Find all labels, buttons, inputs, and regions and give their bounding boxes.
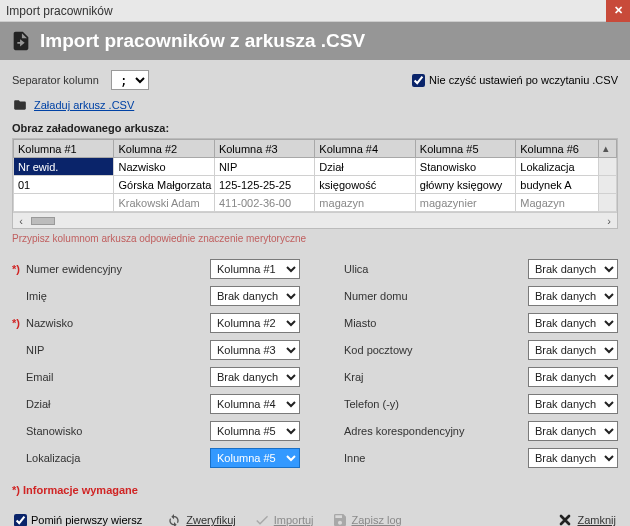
horizontal-scrollbar[interactable]: ‹ ›: [13, 212, 617, 228]
mapping-label: Dział: [26, 398, 210, 410]
no-clear-label: Nie czyść ustawień po wczytaniu .CSV: [429, 74, 618, 86]
required-mark: *): [12, 317, 26, 329]
mapping-label: Email: [26, 371, 210, 383]
table-cell: 125-125-25-25: [214, 176, 314, 194]
load-csv-link[interactable]: Załaduj arkusz .CSV: [12, 98, 618, 112]
mapping-label: Kraj: [344, 371, 528, 383]
mapping-label: Imię: [26, 290, 210, 302]
table-cell: księgowość: [315, 176, 415, 194]
data-table: Kolumna #1Kolumna #2Kolumna #3Kolumna #4…: [13, 139, 617, 212]
mapping-row: Numer domuBrak danych: [330, 285, 618, 307]
mapping-row: KrajBrak danych: [330, 366, 618, 388]
mapping-label: Stanowisko: [26, 425, 210, 437]
save-log-label: Zapisz log: [352, 514, 402, 526]
save-log-button[interactable]: Zapisz log: [332, 512, 402, 526]
mapping-select[interactable]: Brak danych: [528, 421, 618, 441]
mapping-select[interactable]: Brak danych: [528, 313, 618, 333]
footer-bar: Pomiń pierwszy wiersz Zweryfikuj Importu…: [0, 502, 630, 526]
mapping-row: DziałKolumna #4: [12, 393, 300, 415]
column-header[interactable]: Kolumna #3: [214, 140, 314, 158]
mapping-label: Ulica: [344, 263, 528, 275]
scroll-track[interactable]: [29, 216, 601, 226]
mapping-select[interactable]: Brak danych: [528, 340, 618, 360]
mapping-select[interactable]: Kolumna #1: [210, 259, 300, 279]
title-bar: Import pracowników ✕: [0, 0, 630, 22]
mapping-select[interactable]: Kolumna #2: [210, 313, 300, 333]
header-band: Import pracowników z arkusza .CSV: [0, 22, 630, 60]
table-cell: budynek A: [516, 176, 599, 194]
scroll-left-icon[interactable]: ‹: [13, 215, 29, 227]
load-csv-text: Załaduj arkusz .CSV: [34, 99, 134, 111]
mapping-select[interactable]: Kolumna #5: [210, 421, 300, 441]
preview-label: Obraz załadowanego arkusza:: [12, 122, 618, 134]
column-header[interactable]: Kolumna #2: [114, 140, 214, 158]
table-cell: magazynier: [415, 194, 515, 212]
skip-first-row[interactable]: Pomiń pierwszy wiersz: [14, 514, 142, 527]
mapping-label: Inne: [344, 452, 528, 464]
header-title: Import pracowników z arkusza .CSV: [40, 30, 365, 52]
column-header[interactable]: Kolumna #1: [14, 140, 114, 158]
mapping-select[interactable]: Brak danych: [528, 259, 618, 279]
mapping-select[interactable]: Kolumna #4: [210, 394, 300, 414]
scroll-right-icon[interactable]: ›: [601, 215, 617, 227]
window-title: Import pracowników: [6, 4, 113, 18]
mapping-row: NIPKolumna #3: [12, 339, 300, 361]
table-cell: Górska Małgorzata: [114, 176, 214, 194]
skip-first-checkbox[interactable]: [14, 514, 27, 527]
mapping-row: EmailBrak danych: [12, 366, 300, 388]
mapping-row: *)Numer ewidencyjnyKolumna #1: [12, 258, 300, 280]
no-clear-checkbox[interactable]: [412, 74, 425, 87]
required-mark: *): [12, 263, 26, 275]
table-cell: Magazyn: [516, 194, 599, 212]
mapping-row: ImięBrak danych: [12, 285, 300, 307]
close-x-icon: [557, 512, 573, 526]
folder-open-icon: [12, 98, 28, 112]
mapping-row: Telefon (-y)Brak danych: [330, 393, 618, 415]
mapping-row: InneBrak danych: [330, 447, 618, 469]
close-footer-button[interactable]: Zamknij: [557, 512, 616, 526]
no-clear-settings[interactable]: Nie czyść ustawień po wczytaniu .CSV: [412, 74, 618, 87]
mapping-row: Adres korespondencyjnyBrak danych: [330, 420, 618, 442]
mapping-label: Numer ewidencyjny: [26, 263, 210, 275]
mapping-select[interactable]: Kolumna #5: [210, 448, 300, 468]
mapping-select[interactable]: Brak danych: [528, 448, 618, 468]
mapping-select[interactable]: Brak danych: [210, 286, 300, 306]
refresh-icon: [166, 512, 182, 526]
import-file-icon: [10, 30, 32, 52]
separator-label: Separator kolumn: [12, 74, 99, 86]
check-icon: [254, 512, 270, 526]
skip-first-label: Pomiń pierwszy wiersz: [31, 514, 142, 526]
table-cell: Stanowisko: [415, 158, 515, 176]
mapping-select[interactable]: Kolumna #3: [210, 340, 300, 360]
mapping-label: Telefon (-y): [344, 398, 528, 410]
required-note: *) Informacje wymagane: [12, 484, 618, 496]
table-cell: magazyn: [315, 194, 415, 212]
mapping-row: UlicaBrak danych: [330, 258, 618, 280]
table-cell: [14, 194, 114, 212]
scroll-thumb[interactable]: [31, 217, 55, 225]
mapping-select[interactable]: Brak danych: [528, 394, 618, 414]
verify-button[interactable]: Zweryfikuj: [166, 512, 236, 526]
scroll-up-icon[interactable]: ▴: [603, 142, 609, 154]
table-cell: 01: [14, 176, 114, 194]
column-header[interactable]: Kolumna #5: [415, 140, 515, 158]
import-window: Import pracowników ✕ Import pracowników …: [0, 0, 630, 526]
table-row[interactable]: Nr ewid.NazwiskoNIPDziałStanowiskoLokali…: [14, 158, 617, 176]
table-cell: Lokalizacja: [516, 158, 599, 176]
separator-select[interactable]: ;: [111, 70, 149, 90]
preview-grid[interactable]: Kolumna #1Kolumna #2Kolumna #3Kolumna #4…: [12, 138, 618, 229]
mapping-select[interactable]: Brak danych: [210, 367, 300, 387]
table-cell: NIP: [214, 158, 314, 176]
table-cell: Dział: [315, 158, 415, 176]
import-button[interactable]: Importuj: [254, 512, 314, 526]
mapping-select[interactable]: Brak danych: [528, 367, 618, 387]
mapping-area: *)Numer ewidencyjnyKolumna #1ImięBrak da…: [12, 258, 618, 474]
verify-label: Zweryfikuj: [186, 514, 236, 526]
mapping-label: NIP: [26, 344, 210, 356]
table-row[interactable]: 01Górska Małgorzata125-125-25-25księgowo…: [14, 176, 617, 194]
table-row[interactable]: Krakowski Adam411-002-36-00magazynmagazy…: [14, 194, 617, 212]
column-header[interactable]: Kolumna #4: [315, 140, 415, 158]
column-header[interactable]: Kolumna #6: [516, 140, 599, 158]
mapping-select[interactable]: Brak danych: [528, 286, 618, 306]
close-button[interactable]: ✕: [606, 0, 630, 22]
